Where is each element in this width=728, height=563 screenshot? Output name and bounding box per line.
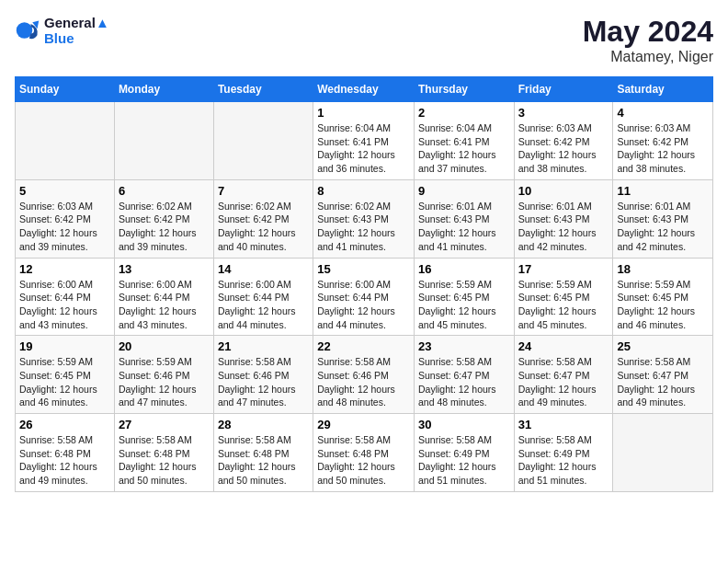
calendar-cell: 4Sunrise: 6:03 AM Sunset: 6:42 PM Daylig… (613, 102, 713, 180)
day-number: 11 (617, 184, 709, 198)
cell-content: Sunrise: 6:00 AM Sunset: 6:44 PM Dayligh… (19, 278, 110, 332)
cell-content: Sunrise: 5:58 AM Sunset: 6:46 PM Dayligh… (317, 355, 410, 409)
calendar-cell: 8Sunrise: 6:02 AM Sunset: 6:43 PM Daylig… (313, 179, 415, 258)
cell-content: Sunrise: 5:58 AM Sunset: 6:48 PM Dayligh… (317, 433, 410, 488)
day-number: 20 (119, 339, 210, 353)
column-header-tuesday: Tuesday (213, 77, 313, 102)
day-number: 7 (218, 184, 309, 198)
cell-content: Sunrise: 5:58 AM Sunset: 6:48 PM Dayligh… (19, 433, 110, 488)
calendar-cell: 6Sunrise: 6:02 AM Sunset: 6:42 PM Daylig… (114, 179, 213, 258)
day-number: 12 (19, 262, 110, 276)
calendar-cell: 15Sunrise: 6:00 AM Sunset: 6:44 PM Dayli… (313, 258, 415, 336)
cell-content: Sunrise: 5:58 AM Sunset: 6:47 PM Dayligh… (418, 355, 510, 409)
calendar-cell: 16Sunrise: 5:59 AM Sunset: 6:45 PM Dayli… (414, 258, 514, 336)
cell-content: Sunrise: 6:00 AM Sunset: 6:44 PM Dayligh… (317, 278, 410, 332)
calendar-cell: 23Sunrise: 5:58 AM Sunset: 6:47 PM Dayli… (414, 336, 514, 414)
column-header-friday: Friday (514, 77, 613, 102)
header-row: SundayMondayTuesdayWednesdayThursdayFrid… (16, 77, 713, 102)
title-block: May 2024 Matamey, Niger (583, 15, 713, 65)
day-number: 30 (418, 418, 510, 431)
calendar-cell: 28Sunrise: 5:58 AM Sunset: 6:48 PM Dayli… (213, 414, 313, 492)
cell-content: Sunrise: 6:02 AM Sunset: 6:42 PM Dayligh… (119, 200, 210, 254)
calendar-cell: 10Sunrise: 6:01 AM Sunset: 6:43 PM Dayli… (514, 179, 613, 258)
day-number: 15 (317, 262, 410, 276)
day-number: 28 (218, 418, 309, 431)
calendar-cell: 18Sunrise: 5:59 AM Sunset: 6:45 PM Dayli… (613, 258, 713, 336)
logo-text: General▲ Blue (44, 15, 109, 46)
cell-content: Sunrise: 5:59 AM Sunset: 6:45 PM Dayligh… (617, 278, 709, 332)
column-header-saturday: Saturday (613, 77, 713, 102)
day-number: 25 (617, 339, 709, 353)
day-number: 21 (218, 339, 309, 353)
week-row-2: 5Sunrise: 6:03 AM Sunset: 6:42 PM Daylig… (16, 179, 713, 258)
cell-content: Sunrise: 5:58 AM Sunset: 6:48 PM Dayligh… (218, 433, 309, 488)
cell-content: Sunrise: 5:59 AM Sunset: 6:45 PM Dayligh… (19, 355, 110, 409)
week-row-1: 1Sunrise: 6:04 AM Sunset: 6:41 PM Daylig… (16, 102, 713, 180)
calendar-cell: 27Sunrise: 5:58 AM Sunset: 6:48 PM Dayli… (114, 414, 213, 492)
day-number: 2 (418, 106, 510, 120)
calendar-cell (213, 102, 313, 180)
day-number: 29 (317, 418, 410, 431)
cell-content: Sunrise: 6:00 AM Sunset: 6:44 PM Dayligh… (119, 278, 210, 332)
calendar-cell: 29Sunrise: 5:58 AM Sunset: 6:48 PM Dayli… (313, 414, 415, 492)
cell-content: Sunrise: 5:58 AM Sunset: 6:46 PM Dayligh… (218, 355, 309, 409)
calendar-cell: 30Sunrise: 5:58 AM Sunset: 6:49 PM Dayli… (414, 414, 514, 492)
week-row-5: 26Sunrise: 5:58 AM Sunset: 6:48 PM Dayli… (16, 414, 713, 492)
day-number: 3 (518, 106, 609, 120)
day-number: 1 (317, 106, 410, 120)
calendar-table: SundayMondayTuesdayWednesdayThursdayFrid… (15, 76, 713, 492)
calendar-cell: 20Sunrise: 5:59 AM Sunset: 6:46 PM Dayli… (114, 336, 213, 414)
day-number: 31 (518, 418, 609, 431)
day-number: 8 (317, 184, 410, 198)
week-row-3: 12Sunrise: 6:00 AM Sunset: 6:44 PM Dayli… (16, 258, 713, 336)
calendar-cell: 12Sunrise: 6:00 AM Sunset: 6:44 PM Dayli… (16, 258, 115, 336)
cell-content: Sunrise: 6:03 AM Sunset: 6:42 PM Dayligh… (518, 121, 609, 176)
day-number: 17 (518, 262, 609, 276)
cell-content: Sunrise: 5:59 AM Sunset: 6:45 PM Dayligh… (418, 278, 510, 332)
cell-content: Sunrise: 5:59 AM Sunset: 6:46 PM Dayligh… (119, 355, 210, 409)
cell-content: Sunrise: 6:01 AM Sunset: 6:43 PM Dayligh… (518, 200, 609, 254)
day-number: 4 (617, 106, 709, 120)
day-number: 10 (518, 184, 609, 198)
calendar-cell: 5Sunrise: 6:03 AM Sunset: 6:42 PM Daylig… (16, 179, 115, 258)
page-header: General▲ Blue May 2024 Matamey, Niger (15, 15, 713, 65)
calendar-cell: 17Sunrise: 5:59 AM Sunset: 6:45 PM Dayli… (514, 258, 613, 336)
day-number: 16 (418, 262, 510, 276)
day-number: 6 (119, 184, 210, 198)
day-number: 24 (518, 339, 609, 353)
calendar-cell: 31Sunrise: 5:58 AM Sunset: 6:49 PM Dayli… (514, 414, 613, 492)
calendar-cell: 22Sunrise: 5:58 AM Sunset: 6:46 PM Dayli… (313, 336, 415, 414)
cell-content: Sunrise: 6:04 AM Sunset: 6:41 PM Dayligh… (317, 121, 410, 176)
calendar-cell: 26Sunrise: 5:58 AM Sunset: 6:48 PM Dayli… (16, 414, 115, 492)
day-number: 27 (119, 418, 210, 431)
day-number: 13 (119, 262, 210, 276)
column-header-sunday: Sunday (16, 77, 115, 102)
column-header-wednesday: Wednesday (313, 77, 415, 102)
cell-content: Sunrise: 5:58 AM Sunset: 6:49 PM Dayligh… (418, 433, 510, 488)
calendar-cell: 24Sunrise: 5:58 AM Sunset: 6:47 PM Dayli… (514, 336, 613, 414)
cell-content: Sunrise: 5:58 AM Sunset: 6:47 PM Dayligh… (617, 355, 709, 409)
cell-content: Sunrise: 6:02 AM Sunset: 6:43 PM Dayligh… (317, 200, 410, 254)
calendar-cell: 11Sunrise: 6:01 AM Sunset: 6:43 PM Dayli… (613, 179, 713, 258)
cell-content: Sunrise: 6:00 AM Sunset: 6:44 PM Dayligh… (218, 278, 309, 332)
cell-content: Sunrise: 5:58 AM Sunset: 6:47 PM Dayligh… (518, 355, 609, 409)
cell-content: Sunrise: 6:03 AM Sunset: 6:42 PM Dayligh… (19, 200, 110, 254)
calendar-cell: 7Sunrise: 6:02 AM Sunset: 6:42 PM Daylig… (213, 179, 313, 258)
cell-content: Sunrise: 6:04 AM Sunset: 6:41 PM Dayligh… (418, 121, 510, 176)
calendar-cell: 21Sunrise: 5:58 AM Sunset: 6:46 PM Dayli… (213, 336, 313, 414)
calendar-cell: 9Sunrise: 6:01 AM Sunset: 6:43 PM Daylig… (414, 179, 514, 258)
calendar-cell: 1Sunrise: 6:04 AM Sunset: 6:41 PM Daylig… (313, 102, 415, 180)
cell-content: Sunrise: 6:01 AM Sunset: 6:43 PM Dayligh… (617, 200, 709, 254)
calendar-cell: 25Sunrise: 5:58 AM Sunset: 6:47 PM Dayli… (613, 336, 713, 414)
logo-icon (15, 17, 40, 43)
logo: General▲ Blue (15, 15, 109, 46)
cell-content: Sunrise: 5:59 AM Sunset: 6:45 PM Dayligh… (518, 278, 609, 332)
day-number: 19 (19, 339, 110, 353)
location: Matamey, Niger (583, 49, 713, 65)
month-year: May 2024 (583, 15, 713, 49)
week-row-4: 19Sunrise: 5:59 AM Sunset: 6:45 PM Dayli… (16, 336, 713, 414)
cell-content: Sunrise: 6:01 AM Sunset: 6:43 PM Dayligh… (418, 200, 510, 254)
calendar-cell: 19Sunrise: 5:59 AM Sunset: 6:45 PM Dayli… (16, 336, 115, 414)
day-number: 14 (218, 262, 309, 276)
day-number: 23 (418, 339, 510, 353)
